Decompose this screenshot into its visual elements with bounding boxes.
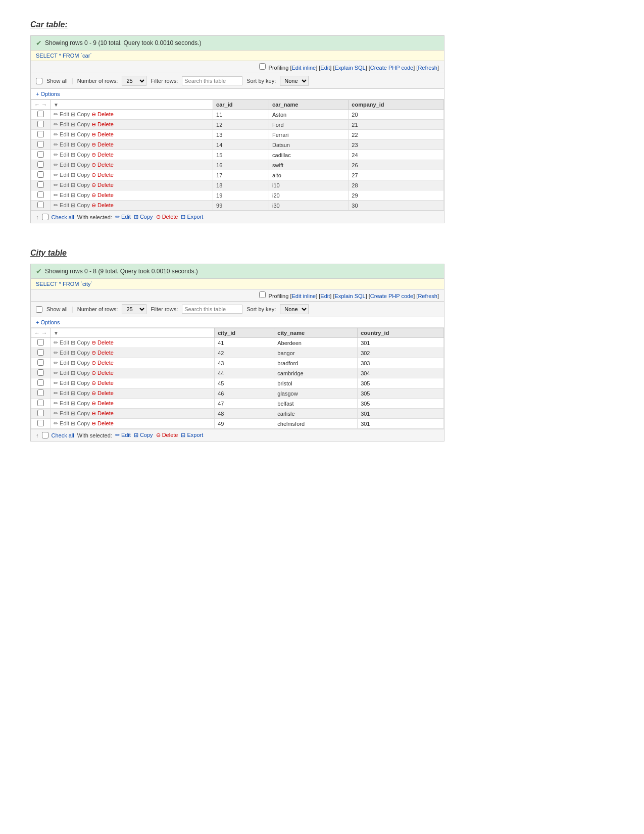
- delete-link[interactable]: ⊖ Delete: [91, 182, 114, 188]
- delete-link[interactable]: ⊖ Delete: [91, 400, 114, 406]
- row-checkbox[interactable]: [37, 410, 44, 416]
- car-profiling-checkbox[interactable]: [259, 63, 266, 70]
- car-col-car-name[interactable]: car_name: [269, 100, 349, 110]
- city-edit-inline-link[interactable]: Edit inline: [291, 293, 316, 299]
- row-checkbox[interactable]: [37, 420, 44, 426]
- edit-link[interactable]: ✏ Edit: [54, 111, 69, 117]
- city-sql-link[interactable]: SELECT * FROM `city`: [36, 281, 92, 287]
- car-num-rows-select[interactable]: 25 50 100: [122, 76, 146, 86]
- city-edit-link[interactable]: Edit: [320, 293, 330, 299]
- copy-link[interactable]: ⊞ Copy: [71, 350, 90, 356]
- row-checkbox[interactable]: [37, 151, 44, 158]
- car-check-all-link[interactable]: Check all: [52, 214, 74, 220]
- city-col-city-name-link[interactable]: city_name: [277, 330, 305, 336]
- edit-link[interactable]: ✏ Edit: [54, 339, 69, 346]
- delete-link[interactable]: ⊖ Delete: [91, 121, 114, 127]
- delete-link[interactable]: ⊖ Delete: [91, 380, 114, 386]
- city-explain-sql-link[interactable]: Explain SQL: [335, 293, 366, 299]
- edit-link[interactable]: ✏ Edit: [54, 141, 69, 148]
- row-checkbox[interactable]: [37, 202, 44, 208]
- car-sort-select[interactable]: None: [280, 76, 309, 86]
- delete-link[interactable]: ⊖ Delete: [91, 172, 114, 178]
- edit-link[interactable]: ✏ Edit: [54, 162, 69, 168]
- city-check-all-checkbox[interactable]: [42, 432, 48, 438]
- edit-link[interactable]: ✏ Edit: [54, 131, 69, 137]
- city-footer-copy-link[interactable]: ⊞ Copy: [134, 432, 153, 438]
- city-filter-input[interactable]: [182, 305, 242, 314]
- city-col-country-id-link[interactable]: country_id: [361, 330, 389, 336]
- car-col-company-id-link[interactable]: company_id: [352, 102, 384, 108]
- copy-link[interactable]: ⊞ Copy: [71, 141, 90, 148]
- edit-link[interactable]: ✏ Edit: [54, 172, 69, 178]
- delete-link[interactable]: ⊖ Delete: [91, 131, 114, 137]
- edit-link[interactable]: ✏ Edit: [54, 420, 69, 426]
- delete-link[interactable]: ⊖ Delete: [91, 390, 114, 396]
- delete-link[interactable]: ⊖ Delete: [91, 350, 114, 356]
- car-check-all-checkbox[interactable]: [42, 214, 48, 220]
- city-check-all-link[interactable]: Check all: [52, 432, 74, 438]
- city-show-all-checkbox[interactable]: [36, 306, 42, 313]
- row-checkbox[interactable]: [37, 191, 44, 198]
- copy-link[interactable]: ⊞ Copy: [71, 370, 90, 376]
- edit-link[interactable]: ✏ Edit: [54, 202, 69, 208]
- copy-link[interactable]: ⊞ Copy: [71, 111, 90, 117]
- row-checkbox[interactable]: [37, 369, 44, 376]
- city-footer-edit-link[interactable]: ✏ Edit: [115, 432, 131, 438]
- row-checkbox[interactable]: [37, 400, 44, 406]
- row-checkbox[interactable]: [37, 379, 44, 386]
- city-col-city-name[interactable]: city_name: [274, 328, 358, 338]
- row-checkbox[interactable]: [37, 349, 44, 356]
- row-checkbox[interactable]: [37, 171, 44, 178]
- car-col-car-id-link[interactable]: car_id: [216, 102, 232, 108]
- copy-link[interactable]: ⊞ Copy: [71, 380, 90, 386]
- city-col-city-id[interactable]: city_id: [215, 328, 274, 338]
- car-filter-input[interactable]: [182, 76, 242, 85]
- row-checkbox[interactable]: [37, 339, 44, 346]
- delete-link[interactable]: ⊖ Delete: [91, 152, 114, 158]
- row-checkbox[interactable]: [37, 359, 44, 366]
- copy-link[interactable]: ⊞ Copy: [71, 410, 90, 416]
- delete-link[interactable]: ⊖ Delete: [91, 162, 114, 168]
- delete-link[interactable]: ⊖ Delete: [91, 111, 114, 117]
- city-profiling-checkbox[interactable]: [259, 291, 266, 298]
- copy-link[interactable]: ⊞ Copy: [71, 152, 90, 158]
- delete-link[interactable]: ⊖ Delete: [91, 141, 114, 148]
- city-create-php-link[interactable]: Create PHP code: [370, 293, 413, 299]
- city-footer-export-link[interactable]: ⊟ Export: [181, 432, 203, 438]
- row-checkbox[interactable]: [37, 389, 44, 396]
- city-col-country-id[interactable]: country_id: [358, 328, 444, 338]
- edit-link[interactable]: ✏ Edit: [54, 390, 69, 396]
- car-sql-link[interactable]: SELECT * FROM `car`: [36, 53, 92, 59]
- edit-link[interactable]: ✏ Edit: [54, 360, 69, 366]
- copy-link[interactable]: ⊞ Copy: [71, 182, 90, 188]
- car-edit-inline-link[interactable]: Edit inline: [291, 65, 316, 71]
- edit-link[interactable]: ✏ Edit: [54, 380, 69, 386]
- row-checkbox[interactable]: [37, 141, 44, 148]
- copy-link[interactable]: ⊞ Copy: [71, 390, 90, 396]
- car-explain-sql-link[interactable]: Explain SQL: [335, 65, 366, 71]
- row-checkbox[interactable]: [37, 161, 44, 168]
- row-checkbox[interactable]: [37, 111, 44, 117]
- city-col-city-id-link[interactable]: city_id: [218, 330, 235, 336]
- edit-link[interactable]: ✏ Edit: [54, 121, 69, 127]
- row-checkbox[interactable]: [37, 131, 44, 137]
- car-footer-delete-link[interactable]: ⊖ Delete: [156, 214, 178, 220]
- city-num-rows-select[interactable]: 25 50 100: [122, 304, 146, 314]
- car-edit-link[interactable]: Edit: [320, 65, 330, 71]
- car-options-link[interactable]: + Options: [36, 91, 60, 97]
- edit-link[interactable]: ✏ Edit: [54, 192, 69, 198]
- copy-link[interactable]: ⊞ Copy: [71, 162, 90, 168]
- car-show-all-checkbox[interactable]: [36, 78, 42, 84]
- city-sort-select[interactable]: None: [280, 304, 309, 314]
- copy-link[interactable]: ⊞ Copy: [71, 202, 90, 208]
- delete-link[interactable]: ⊖ Delete: [91, 192, 114, 198]
- car-create-php-link[interactable]: Create PHP code: [370, 65, 413, 71]
- copy-link[interactable]: ⊞ Copy: [71, 400, 90, 406]
- car-col-car-name-link[interactable]: car_name: [272, 102, 298, 108]
- delete-link[interactable]: ⊖ Delete: [91, 410, 114, 416]
- edit-link[interactable]: ✏ Edit: [54, 350, 69, 356]
- city-options-link[interactable]: + Options: [36, 319, 60, 325]
- edit-link[interactable]: ✏ Edit: [54, 410, 69, 416]
- row-checkbox[interactable]: [37, 121, 44, 127]
- car-refresh-link[interactable]: Refresh: [418, 65, 437, 71]
